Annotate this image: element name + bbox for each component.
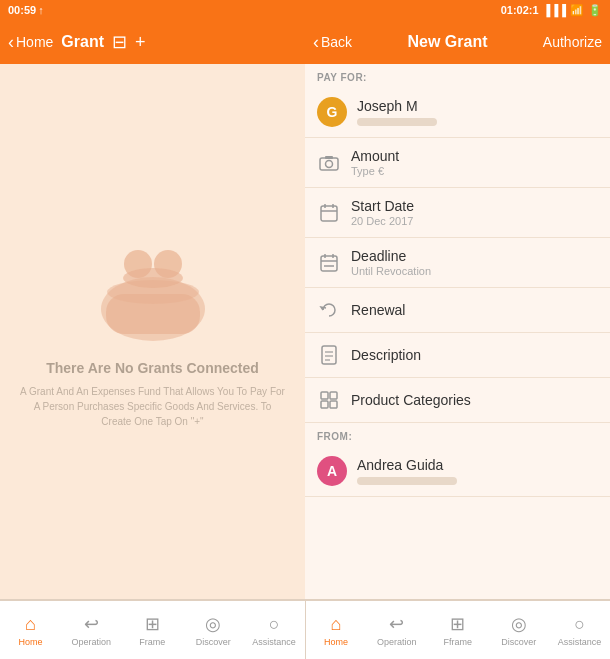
start-date-icon-container xyxy=(317,201,341,225)
description-icon xyxy=(320,345,338,365)
frame-left-icon: ⊞ xyxy=(145,613,160,635)
sender-row[interactable]: A Andrea Guida xyxy=(305,446,610,497)
back-chevron-right-icon xyxy=(313,32,319,53)
plus-icon: + xyxy=(135,32,146,52)
left-panel: There Are No Grants Connected A Grant An… xyxy=(0,64,305,599)
from-label: FROM: xyxy=(305,423,610,446)
recipient-name: Joseph M xyxy=(357,98,598,114)
left-tab-bar: ⌂ Home ↩ Operation ⊞ Frame ◎ Discover ○ … xyxy=(0,600,305,659)
renewal-icon xyxy=(319,300,339,320)
recipient-placeholder xyxy=(357,118,437,126)
tab-discover-right[interactable]: ◎ Discover xyxy=(488,601,549,659)
authorize-button[interactable]: Authorize xyxy=(543,34,602,50)
wifi-icon: 📶 xyxy=(570,4,584,17)
deadline-label: Deadline xyxy=(351,248,598,264)
deadline-icon-container xyxy=(317,251,341,275)
svg-rect-24 xyxy=(321,401,328,408)
recipient-initials: G xyxy=(327,104,338,120)
assistance-left-icon: ○ xyxy=(269,614,280,635)
sender-avatar: A xyxy=(317,456,347,486)
tab-operation-right[interactable]: ↩ Operation xyxy=(366,601,427,659)
add-grant-button[interactable]: + xyxy=(135,32,146,53)
assistance-right-icon: ○ xyxy=(574,614,585,635)
svg-rect-22 xyxy=(321,392,328,399)
amount-row[interactable]: Amount Type € xyxy=(305,138,610,188)
home-right-icon: ⌂ xyxy=(331,614,342,635)
tab-home-left[interactable]: ⌂ Home xyxy=(0,601,61,659)
new-grant-title: New Grant xyxy=(407,33,487,51)
description-icon-container xyxy=(317,343,341,367)
archive-button[interactable]: ⊟ xyxy=(112,31,127,53)
amount-sub: Type € xyxy=(351,165,598,177)
svg-point-5 xyxy=(123,268,183,288)
no-grants-title: There Are No Grants Connected xyxy=(46,360,259,376)
description-row[interactable]: Description xyxy=(305,333,610,378)
svg-point-7 xyxy=(326,160,333,167)
no-grants-desc: A Grant And An Expenses Fund That Allows… xyxy=(20,384,285,429)
svg-rect-18 xyxy=(322,346,336,364)
product-categories-row[interactable]: Product Categories xyxy=(305,378,610,423)
nav-bars: Home Grant ⊟ + Back New Grant Authorize xyxy=(0,20,610,64)
grid-icon xyxy=(319,390,339,410)
renewal-row[interactable]: Renewal xyxy=(305,288,610,333)
home-left-label: Home xyxy=(18,637,42,647)
renewal-icon-container xyxy=(317,298,341,322)
home-back-button[interactable]: Home xyxy=(8,32,53,53)
operation-left-label: Operation xyxy=(72,637,112,647)
pay-for-label: PAY FOR: xyxy=(305,64,610,87)
product-categories-content: Product Categories xyxy=(351,392,598,408)
calendar-start-icon xyxy=(319,203,339,223)
sender-content: Andrea Guida xyxy=(357,457,598,485)
svg-rect-13 xyxy=(321,256,337,271)
deadline-row[interactable]: Deadline Until Revocation xyxy=(305,238,610,288)
nav-left: Home Grant ⊟ + xyxy=(0,20,305,64)
time-right: 01:02:1 xyxy=(501,4,539,16)
battery-icon: 🔋 xyxy=(588,4,602,17)
home-right-label: Home xyxy=(324,637,348,647)
start-date-row[interactable]: Start Date 20 Dec 2017 xyxy=(305,188,610,238)
status-bar-left: 00:59 ↑ xyxy=(0,0,305,20)
home-left-icon: ⌂ xyxy=(25,614,36,635)
amount-content: Amount Type € xyxy=(351,148,598,177)
back-label: Back xyxy=(321,34,352,50)
authorize-label: Authorize xyxy=(543,34,602,50)
right-tab-bar: ⌂ Home ↩ Operation ⊞ Fframe ◎ Discover ○… xyxy=(306,600,611,659)
renewal-content: Renewal xyxy=(351,302,598,318)
tab-frame-right[interactable]: ⊞ Fframe xyxy=(427,601,488,659)
deadline-content: Deadline Until Revocation xyxy=(351,248,598,277)
archive-icon: ⊟ xyxy=(112,32,127,52)
frame-right-icon: ⊞ xyxy=(450,613,465,635)
camera-icon xyxy=(319,155,339,171)
description-content: Description xyxy=(351,347,598,363)
tab-discover-left[interactable]: ◎ Discover xyxy=(183,601,244,659)
recipient-row[interactable]: G Joseph M xyxy=(305,87,610,138)
status-bars: 00:59 ↑ 01:02:1 ▐▐▐ 📶 🔋 xyxy=(0,0,610,20)
tab-operation-left[interactable]: ↩ Operation xyxy=(61,601,122,659)
assistance-left-label: Assistance xyxy=(252,637,296,647)
amount-label: Amount xyxy=(351,148,598,164)
operation-left-icon: ↩ xyxy=(84,613,99,635)
sender-name: Andrea Guida xyxy=(357,457,598,473)
tab-assistance-left[interactable]: ○ Assistance xyxy=(244,601,305,659)
grant-title: Grant xyxy=(61,33,104,51)
tab-frame-left[interactable]: ⊞ Frame xyxy=(122,601,183,659)
svg-rect-23 xyxy=(330,392,337,399)
discover-left-icon: ◎ xyxy=(205,613,221,635)
svg-rect-25 xyxy=(330,401,337,408)
operation-right-icon: ↩ xyxy=(389,613,404,635)
sender-initials: A xyxy=(327,463,337,479)
product-categories-icon-container xyxy=(317,388,341,412)
tab-home-right[interactable]: ⌂ Home xyxy=(306,601,367,659)
status-bar-right: 01:02:1 ▐▐▐ 📶 🔋 xyxy=(305,0,610,20)
calendar-deadline-icon xyxy=(319,253,339,273)
signal-icon: ▐▐▐ xyxy=(543,4,566,16)
time-left: 00:59 xyxy=(8,4,36,16)
back-button[interactable]: Back xyxy=(313,32,352,53)
nav-right: Back New Grant Authorize xyxy=(305,20,610,64)
operation-right-label: Operation xyxy=(377,637,417,647)
wallet-illustration xyxy=(88,234,218,344)
tab-assistance-right[interactable]: ○ Assistance xyxy=(549,601,610,659)
sender-placeholder xyxy=(357,477,457,485)
frame-right-label: Fframe xyxy=(444,637,473,647)
renewal-label: Renewal xyxy=(351,302,598,318)
